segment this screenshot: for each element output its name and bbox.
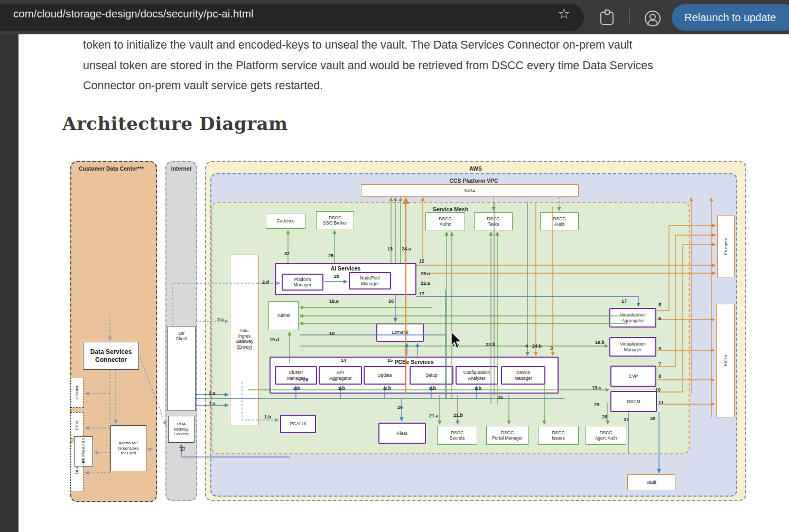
internet-label: Internet — [166, 165, 196, 172]
node-pcai-ui: PCAI UI — [280, 415, 316, 433]
edge-label-19.c: 19.c — [592, 385, 601, 390]
paragraph: token to initialize the vault and encode… — [83, 35, 765, 96]
edge-label-32: 32 — [284, 251, 290, 256]
edge-label-17: 17 — [621, 298, 627, 304]
paragraph-line: Connector on-prem vault service gets res… — [83, 76, 765, 96]
edge-label-2.b: 2.b — [475, 386, 481, 391]
service-mesh-label: Service Mesh — [212, 206, 689, 212]
edge-label-25: 25 — [328, 253, 333, 258]
edge-label-14: 14 — [341, 358, 346, 363]
edge-label-8: 8 — [658, 374, 661, 379]
edge-label-2.a: 2.a — [209, 390, 216, 396]
edge-label-22.b: 22.b — [486, 342, 495, 347]
edge-label-22.a: 22.a — [421, 281, 430, 286]
node-dscc-audit-label: DSCC Audit — [553, 216, 565, 227]
node-ui-client: UI/ Client — [168, 326, 196, 411]
node-istio-ingress-gateway-label: Istio Ingres Gateway (Envoy) — [236, 328, 254, 350]
edge-label-15: 15 — [387, 358, 393, 363]
node-dscc-sso-broker-label: DSCC SSO Broker — [323, 215, 347, 226]
edge-label-31: 31 — [498, 395, 503, 400]
toolbar-divider — [629, 10, 630, 25]
mouse-cursor — [451, 332, 463, 352]
extensions-icon[interactable] — [600, 12, 614, 25]
node-ezmeral-label: Ezmeral — [392, 330, 408, 335]
node-data-services-connector-label: Data Services Connector — [90, 348, 132, 363]
node-pcai-ui-label: PCAI UI — [290, 421, 307, 426]
node-vault-label: Vault — [646, 480, 656, 485]
node-data-services-connector: Data Services Connector — [83, 342, 139, 370]
node-tunnel: Tunnel — [268, 301, 299, 330]
node-setup-label: Setup — [425, 372, 437, 378]
node-dscc-agent-auth: DSCC Agent Auth — [586, 426, 626, 445]
edge-label-2.b: 2.b — [384, 386, 391, 391]
node-api-aggregator: API Aggregator — [319, 366, 362, 385]
node-fleet: Fleet — [378, 423, 426, 444]
page-title: Architecture Diagram — [62, 113, 288, 134]
edge-label-19.b: 19.b — [595, 340, 605, 345]
browser-toolbar: com/cloud/storage-design/docs/security/p… — [0, 0, 789, 34]
node-esxi: ESXi — [70, 412, 83, 438]
edge-label-1.a: 1.a — [209, 401, 216, 406]
node-rda-midway-servers-label: RDA Midway Servers — [174, 422, 189, 437]
node-postgres: Postgres — [717, 216, 735, 277]
node-dscc-authz: DSCC Authz — [425, 212, 465, 230]
edge-label-27: 27 — [180, 446, 185, 452]
node-rda-midway-servers: RDA Midway Servers — [168, 416, 194, 443]
node-kafka-right-label: Kafka — [723, 355, 728, 366]
node-dscm-label: DSCM — [627, 399, 640, 404]
edge-label-6: 6 — [658, 316, 661, 321]
relaunch-button[interactable]: Relaunch to update — [672, 4, 789, 31]
node-istio-ingress-gateway: Istio Ingres Gateway (Envoy) — [230, 255, 259, 425]
edge-label-29: 29 — [594, 402, 599, 407]
edge-label-12: 12 — [419, 258, 424, 264]
paragraph-line: unseal token are stored in the Platform … — [83, 55, 765, 76]
architecture-diagram: Customer Data Center***InternetAWSCCS Pl… — [62, 156, 749, 507]
node-setup: Setup — [410, 366, 453, 385]
node-cluster-manager: Cluster Manager — [275, 366, 317, 385]
node-alletra-mp-greenlake-label: Alletra MP GreenLake for Files — [118, 441, 139, 456]
node-dscc-portal-manager-label: DSCC Portal Manager — [492, 430, 523, 441]
node-nodepool-manager: NodePool Manager — [349, 272, 391, 290]
edge-label-10: 10 — [655, 387, 661, 393]
node-kafka-right: Kafka — [716, 304, 735, 417]
node-vault: Vault — [627, 474, 675, 490]
node-configuration-analyzer: Configuration Analyzer — [456, 366, 498, 385]
node-vcenter: vCenter — [70, 378, 83, 408]
edge-label-1.b: 1.b — [264, 414, 271, 419]
edge-label-27: 27 — [624, 417, 629, 422]
node-dscc-secrets: DSCC Secrets — [437, 426, 477, 445]
aws-label: AWS — [206, 165, 745, 172]
edge-label-7: 7 — [658, 361, 661, 367]
edge-label-19.a: 19.a — [329, 298, 339, 304]
edge-label-2.b: 2.b — [429, 386, 436, 391]
node-dscc-tasks-label: DSCC Tasks — [487, 216, 499, 227]
node-api-aggregator-label: API Aggregator — [329, 370, 351, 380]
node-update: Update — [364, 366, 406, 385]
node-dscc-audit: DSCC Audit — [540, 212, 579, 230]
edge-label-2.c: 2.c — [217, 317, 224, 322]
node-cvp-label: CVP — [629, 374, 638, 379]
edge-label-3: 3 — [550, 346, 553, 351]
edge-label-19.d: 19.d — [270, 337, 279, 342]
profile-icon[interactable] — [645, 11, 661, 26]
edge-label-18: 18 — [329, 331, 335, 336]
edge-label-9: 9 — [658, 346, 661, 351]
node-ui-client-label: UI/ Client — [176, 331, 188, 341]
node-kafka-top-label: Kafka — [465, 188, 475, 193]
edge-label-30: 30 — [650, 416, 655, 421]
edge-label-24.b: 24.b — [532, 343, 542, 349]
node-hpe-proliant-label: HPE ProLiant 6.0 — [81, 438, 86, 464]
node-fleet-label: Fleet — [397, 431, 407, 436]
node-esxi-label: ESXi — [75, 421, 79, 430]
node-ai-services-label: AI Services — [331, 264, 361, 272]
url-text[interactable]: com/cloud/storage-design/docs/security/p… — [13, 0, 254, 27]
node-platform-manager-label: Platform Manager — [294, 277, 312, 287]
node-ezmeral: Ezmeral — [376, 323, 424, 342]
edge-label-11: 11 — [658, 400, 664, 405]
bookmark-star-icon[interactable]: ☆ — [555, 5, 573, 23]
ccs-platform-vpc-label: CCS Platform VPC — [211, 178, 736, 184]
paragraph-line: token to initialize the vault and encode… — [83, 35, 765, 55]
node-cadence: Cadence — [266, 213, 305, 229]
node-hpe-proliant: HPE ProLiant 6.0 — [74, 436, 93, 466]
node-dscm: DSCM — [610, 391, 657, 412]
